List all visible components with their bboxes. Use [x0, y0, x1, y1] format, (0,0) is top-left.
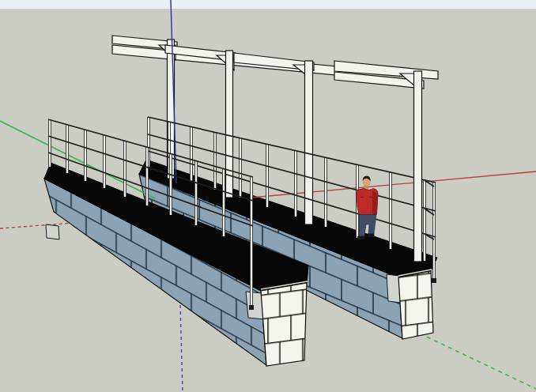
front-railing-end-foot [249, 305, 254, 310]
person-shoe-left [357, 236, 365, 240]
sky-band [0, 0, 536, 9]
front-wall-end-pier [261, 283, 307, 366]
model-viewport-svg[interactable] [0, 0, 536, 392]
gantry-post-4 [414, 71, 422, 262]
back-railing-end-foot [432, 278, 436, 283]
front-wall-light-block [46, 224, 59, 239]
person-shirt-shadow [372, 190, 378, 215]
back-wall-end-pier [398, 271, 433, 339]
viewport-canvas[interactable] [0, 0, 536, 392]
person-shoe-right [368, 234, 375, 238]
